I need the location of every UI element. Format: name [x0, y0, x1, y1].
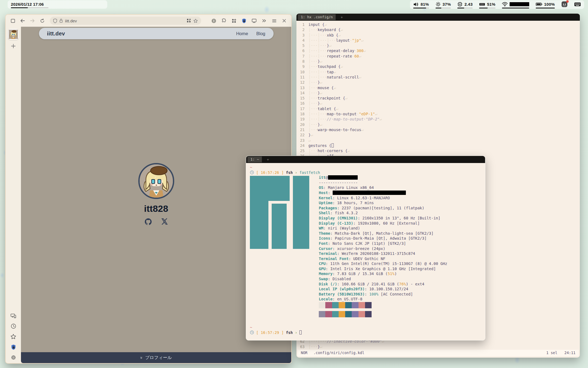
text-line: 24gestures {	[296, 143, 580, 148]
editor-mode: NOR	[301, 350, 307, 355]
text-line: 1input {↵	[296, 22, 580, 27]
text-line: GPU: Intel Iris Xe Graphics @ 1.10 GHz […	[319, 266, 485, 272]
github-icon[interactable]	[145, 218, 152, 225]
text-line: 3│···│···xkb {↵	[296, 33, 580, 38]
lock-icon[interactable]	[59, 19, 63, 23]
cpu-icon	[457, 2, 463, 7]
url-bar[interactable]: iitt.dev	[50, 17, 201, 25]
bookmarks-star-icon[interactable]	[10, 334, 16, 340]
footer-label: プロフィール	[145, 355, 172, 361]
extensions-puzzle-icon[interactable]	[219, 17, 228, 25]
palette-swatch	[325, 311, 332, 317]
window-close-icon[interactable]	[280, 17, 289, 25]
text-line: 14│···}↵	[296, 91, 580, 96]
editor-selection-count: 1 sel	[546, 350, 558, 355]
manjaro-logo	[250, 176, 313, 249]
palette-swatch	[319, 311, 325, 317]
editor-statusline: NOR .config/niri/config.kdl 1 sel 24:11	[298, 350, 579, 356]
text-line: Terminal Font: UDEV Gothic NF	[319, 256, 485, 261]
chevron-down-icon: »	[139, 357, 144, 359]
clock-widget[interactable]: 2026/01/12 17:06	[8, 0, 107, 9]
site-brand[interactable]: iitt.dev	[47, 31, 65, 37]
cwd-line-2: ~	[250, 325, 485, 330]
discord-tray-icon[interactable]	[561, 1, 568, 8]
back-button[interactable]	[18, 17, 27, 25]
editor-filename: .config/niri/config.kdl	[313, 350, 364, 355]
notification-badge	[566, 0, 569, 3]
history-clock-icon[interactable]	[11, 323, 16, 329]
palette-swatch	[345, 302, 352, 308]
keyboard-tray-icon[interactable]	[574, 2, 581, 8]
text-line: itt@	[319, 175, 485, 180]
new-tab-button[interactable]	[11, 44, 16, 49]
text-line: 11│···│···natural-scroll↵	[296, 75, 580, 80]
text-line: 10│···│···tap↵	[296, 70, 580, 75]
terminal-cursor	[299, 330, 302, 334]
reload-button[interactable]	[38, 17, 47, 25]
text-line: 19│···│···//·map-to-output·"DP-2"↵	[296, 117, 580, 122]
terminal-new-tab-plus[interactable]: +	[265, 157, 271, 162]
screen-icon[interactable]	[250, 17, 258, 25]
text-line: 16│···}↵	[296, 101, 580, 106]
volume-widget[interactable]: 81%	[413, 1, 429, 8]
nav-link-blog[interactable]: Blog	[256, 31, 265, 36]
prompt-shell: fsh	[286, 170, 293, 175]
cpu-widget[interactable]: 2.43	[457, 1, 473, 8]
overflow-chevrons-icon[interactable]	[260, 17, 268, 25]
battery-widget[interactable]: 100%	[536, 1, 555, 8]
x-twitter-icon[interactable]	[161, 218, 168, 225]
tracking-shield-icon[interactable]	[53, 19, 57, 23]
memory-label: 51%	[487, 2, 495, 7]
brightness-widget[interactable]: 37%	[436, 1, 451, 8]
wifi-icon	[502, 2, 508, 7]
text-line: Host:	[319, 190, 485, 195]
palette-swatch	[332, 311, 339, 317]
terminal-window: 1: ~ + ~ [ 16:57:26 ]fsh›fastfetch itt@ …	[246, 156, 485, 340]
bookmark-star-icon[interactable]	[193, 19, 198, 23]
synced-devices-icon[interactable]	[10, 313, 16, 319]
settings-gear-icon[interactable]	[11, 355, 16, 360]
palette-swatch	[332, 302, 339, 308]
nav-link-home[interactable]: Home	[236, 31, 248, 36]
wifi-widget[interactable]	[502, 1, 529, 8]
terminal-content[interactable]: ~ [ 16:57:26 ]fsh›fastfetch itt@ -------…	[246, 163, 485, 340]
top-bar: 2026/01/12 17:06 81% 37% 2.43	[0, 0, 588, 9]
palette-swatch	[359, 311, 365, 317]
editor-tab[interactable]: 1: hx .config/n	[298, 14, 336, 20]
text-line: 18│···│···map-to-output·"eDP-1"↵	[296, 111, 580, 117]
text-line: 7│···│···repeat-rate·60↵	[296, 54, 580, 59]
text-line: 8│···}↵	[296, 59, 580, 64]
cpu-label: 2.43	[464, 2, 473, 7]
forward-button[interactable]	[28, 17, 37, 25]
tab-favicon[interactable]	[8, 29, 19, 40]
text-line: Display (C-133): 1920x1080, 60 Hz [Exter…	[319, 221, 485, 226]
terminal-palette	[319, 302, 485, 320]
terminal-tab[interactable]: 1: ~	[247, 156, 262, 162]
clock-label: 2026/01/12 17:06	[11, 2, 44, 7]
palette-swatch	[339, 302, 345, 308]
system-tray: 81% 37% 2.43 51%	[410, 0, 584, 9]
site-header: iitt.dev Home Blog	[39, 28, 274, 39]
prompt-clock-icon	[250, 170, 254, 174]
palette-swatch	[319, 302, 325, 308]
url-text[interactable]: iitt.dev	[65, 19, 185, 23]
memory-widget[interactable]: 51%	[479, 1, 495, 8]
browser-toolbar: iitt.dev	[6, 15, 291, 27]
extensions-add-icon[interactable]	[229, 17, 238, 25]
pause-circle-icon[interactable]	[209, 17, 218, 25]
password-shield-sidebar-icon[interactable]	[11, 344, 16, 350]
sidebar-toggle-button[interactable]	[8, 17, 17, 25]
container-grid-icon[interactable]	[187, 19, 191, 23]
browser-sidebar	[6, 27, 21, 363]
password-shield-icon[interactable]	[240, 17, 248, 25]
text-line: Disk (/): 160.66 GiB / 210.41 GiB (76%) …	[319, 282, 485, 287]
prompt-time-2: [ 16:57:29 ]	[256, 330, 284, 335]
site-nav: Home Blog	[236, 31, 265, 36]
brightness-icon	[436, 2, 441, 7]
profile-footer-bar[interactable]: » プロフィール	[21, 352, 291, 363]
editor-cursor-position: 24:11	[564, 350, 575, 355]
cwd-line: ~	[250, 165, 485, 170]
editor-new-tab-plus[interactable]: +	[338, 14, 345, 20]
text-line: Battery (5B10W13963): 100% [AC Connected…	[319, 292, 485, 297]
app-menu-icon[interactable]	[270, 17, 278, 25]
